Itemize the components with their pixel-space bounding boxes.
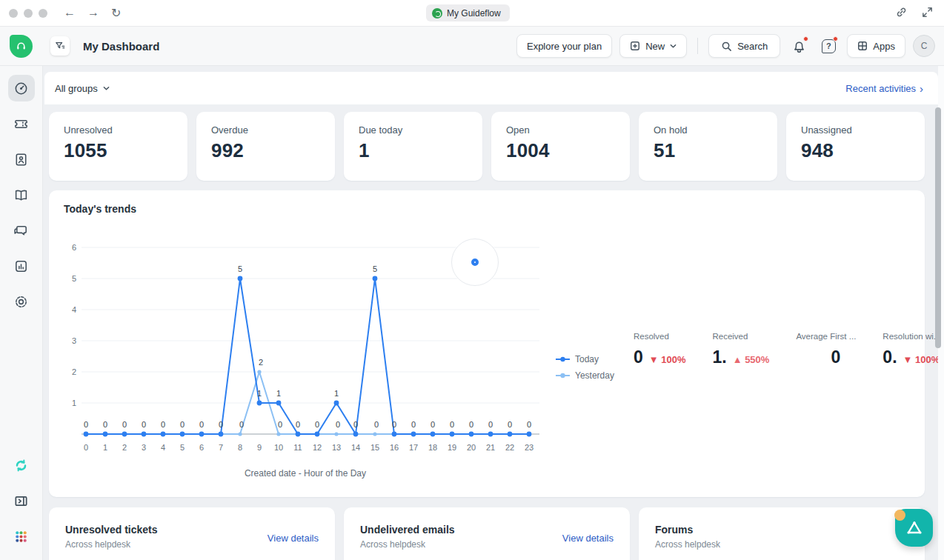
plus-square-icon: [630, 41, 640, 51]
sidebar-item-admin[interactable]: [8, 288, 35, 315]
svg-text:6: 6: [72, 243, 76, 252]
svg-text:2: 2: [259, 358, 263, 367]
svg-text:0: 0: [296, 420, 300, 429]
kpi-received: Received 1. ▲ 550%: [712, 332, 769, 479]
svg-text:0: 0: [411, 420, 416, 429]
legend-item-today[interactable]: Today: [556, 354, 614, 364]
kpi-summary-row: Resolved 0 ▼ 100% Received 1. ▲ 550% Ave…: [614, 332, 940, 479]
svg-text:5: 5: [180, 443, 185, 452]
apps-grid-icon: [857, 41, 868, 51]
sidebar-item-solutions[interactable]: [8, 181, 35, 208]
apps-button[interactable]: Apps: [847, 34, 905, 58]
search-button[interactable]: Search: [708, 34, 780, 58]
browser-tab[interactable]: My Guideflow: [426, 4, 510, 21]
sidebar-item-collapse-panel[interactable]: [8, 487, 35, 514]
stat-card-unassigned[interactable]: Unassigned 948: [786, 112, 925, 181]
group-filter-dropdown[interactable]: All groups: [55, 83, 110, 94]
svg-text:0: 0: [239, 420, 244, 429]
recent-activities-label: Recent activities: [845, 83, 916, 94]
svg-text:0: 0: [278, 420, 282, 429]
svg-text:2: 2: [72, 367, 76, 376]
apps-button-label: Apps: [873, 41, 895, 52]
stat-card-overdue[interactable]: Overdue 992: [196, 112, 335, 181]
stat-value: 1: [359, 139, 468, 162]
browser-reload-button[interactable]: ↻: [111, 6, 121, 20]
stat-label: On hold: [654, 124, 762, 136]
svg-text:7: 7: [219, 443, 223, 452]
svg-text:5: 5: [72, 274, 76, 283]
kpi-resolved: Resolved 0 ▼ 100%: [634, 332, 686, 479]
trend-chart-svg: 1234560123456789101112131415161718192021…: [64, 215, 547, 462]
svg-text:17: 17: [409, 443, 418, 452]
sidebar-item-tickets[interactable]: [8, 110, 35, 137]
explore-plan-button[interactable]: Explore your plan: [516, 34, 612, 58]
sidebar-item-forums[interactable]: [8, 217, 35, 244]
svg-text:3: 3: [142, 443, 146, 452]
sidebar-item-whats-new[interactable]: [8, 452, 35, 479]
svg-text:11: 11: [293, 443, 302, 452]
notifications-button[interactable]: [788, 35, 810, 57]
sidebar-nav: [0, 66, 43, 560]
help-badge: [833, 36, 838, 41]
guideflow-notification-dot: [894, 510, 905, 521]
stat-value: 1004: [506, 139, 615, 162]
window-controls[interactable]: [9, 9, 47, 18]
svg-text:1: 1: [276, 389, 281, 398]
svg-text:20: 20: [467, 443, 476, 452]
window-zoom-button[interactable]: [39, 9, 47, 18]
dashboard-filter-button[interactable]: [50, 36, 70, 56]
svg-text:4: 4: [161, 443, 165, 452]
svg-text:6: 6: [199, 443, 204, 452]
fullscreen-icon[interactable]: [921, 6, 934, 19]
sidebar-item-app-switcher[interactable]: [8, 523, 35, 550]
stat-value: 992: [211, 139, 320, 162]
browser-forward-button[interactable]: →: [87, 6, 99, 20]
kpi-value: 0: [634, 347, 643, 367]
stat-card-unresolved[interactable]: Unresolved 1055: [49, 112, 187, 181]
card-title: Forums: [655, 524, 720, 536]
help-button[interactable]: ?: [817, 35, 840, 57]
notification-badge: [803, 36, 808, 41]
browser-back-button[interactable]: ←: [64, 6, 76, 20]
svg-text:13: 13: [332, 443, 341, 452]
dashboard-toolbar: All groups Recent activities ›: [44, 72, 938, 104]
legend-line-yesterday-icon: [556, 373, 570, 379]
legend-label: Today: [575, 354, 599, 364]
svg-text:0: 0: [315, 420, 319, 429]
unresolved-tickets-card: Unresolved tickets Across helpdesk View …: [49, 507, 335, 560]
svg-text:0: 0: [392, 420, 396, 429]
new-button-label: New: [645, 41, 665, 52]
forums-card: Forums Across helpdesk: [639, 507, 925, 560]
copy-link-icon[interactable]: [895, 6, 908, 19]
stat-card-on-hold[interactable]: On hold 51: [639, 112, 777, 181]
window-close-button[interactable]: [9, 9, 18, 18]
scrollbar-thumb[interactable]: [935, 107, 941, 348]
bottom-cards-row: Unresolved tickets Across helpdesk View …: [49, 507, 925, 560]
chevron-right-icon: ›: [920, 82, 923, 95]
search-icon: [721, 41, 732, 52]
stat-card-due-today[interactable]: Due today 1: [344, 112, 482, 181]
view-details-link[interactable]: View details: [267, 533, 319, 544]
freshdesk-logo[interactable]: [10, 35, 33, 58]
svg-text:0: 0: [488, 420, 493, 429]
kpi-label: Average First ...: [796, 332, 856, 341]
user-avatar[interactable]: C: [913, 35, 935, 57]
sidebar-item-analytics[interactable]: [8, 253, 35, 279]
svg-text:0: 0: [122, 420, 127, 429]
window-minimize-button[interactable]: [24, 9, 33, 18]
sidebar-item-contacts[interactable]: [8, 146, 35, 173]
svg-text:18: 18: [428, 443, 437, 452]
svg-text:0: 0: [161, 420, 165, 429]
svg-text:0: 0: [103, 420, 107, 429]
stat-card-open[interactable]: Open 1004: [491, 112, 630, 181]
view-details-link[interactable]: View details: [562, 533, 614, 544]
svg-text:14: 14: [351, 443, 360, 452]
svg-text:21: 21: [486, 443, 495, 452]
sidebar-item-dashboard[interactable]: [8, 75, 35, 101]
new-button[interactable]: New: [619, 34, 687, 58]
stat-label: Open: [506, 124, 615, 136]
chevron-down-icon: [670, 44, 677, 49]
group-filter-label: All groups: [55, 83, 98, 94]
recent-activities-link[interactable]: Recent activities ›: [845, 82, 923, 95]
legend-item-yesterday[interactable]: Yesterday: [556, 370, 614, 381]
